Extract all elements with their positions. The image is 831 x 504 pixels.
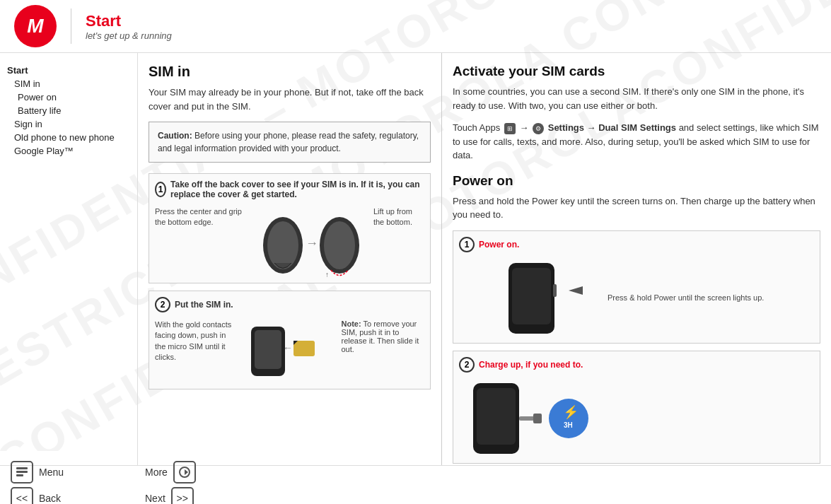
sidebar-item-start[interactable]: Start [7, 64, 130, 77]
bottom-bar: Menu << Back More Next >> [0, 465, 831, 504]
svg-rect-24 [533, 414, 542, 423]
sidebar-item-old-phone[interactable]: Old phone to new phone [7, 131, 130, 144]
svg-text:↑: ↑ [325, 271, 329, 277]
sim-in-body: Your SIM may already be in your phone. B… [149, 86, 431, 113]
step1-box: 1 Take off the back cover to see if your… [149, 173, 431, 283]
more-icon [173, 461, 196, 484]
power-step2-box: 2 Charge up, if you need to. [453, 351, 820, 464]
step2-content: With the gold contacts facing down, push… [155, 320, 424, 383]
next-icon: >> [171, 487, 194, 505]
bottom-left-buttons: Menu << Back [11, 461, 74, 505]
left-panel: SIM in Your SIM may already be in your p… [138, 53, 442, 465]
back-icon: << [11, 487, 33, 505]
more-label: More [145, 467, 168, 478]
svg-rect-19 [553, 284, 557, 297]
next-label: Next [145, 493, 165, 504]
power-step1-illustration [459, 259, 600, 337]
step2-number: 2 [155, 297, 170, 312]
menu-label: Menu [39, 467, 64, 478]
sidebar-item-sign-in[interactable]: Sign in [7, 117, 130, 131]
right-panel: Activate your SIM cards In some countrie… [442, 53, 831, 465]
step2-main-text: With the gold contacts facing down, push… [155, 320, 238, 363]
step1-title: Take off the back cover to see if your S… [170, 180, 424, 199]
svg-rect-14 [294, 341, 315, 356]
motorola-logo: M [14, 5, 57, 47]
back-cover-svg: → ↑ [255, 206, 368, 277]
svg-point-7 [267, 221, 298, 269]
power-step1-content: Press & hold Power until the screen ligh… [459, 259, 814, 337]
caution-text: Before using your phone, please read the… [158, 131, 419, 153]
svg-rect-29 [16, 471, 28, 473]
step1-illustration: → ↑ [255, 206, 368, 277]
step1-number: 1 [155, 182, 166, 197]
more-button[interactable]: More [145, 461, 209, 484]
sidebar-item-battery-life[interactable]: Battery life [7, 104, 130, 117]
power-step2-title: Charge up, if you need to. [479, 360, 583, 370]
svg-rect-18 [512, 268, 551, 324]
step1-header: 1 Take off the back cover to see if your… [155, 180, 424, 203]
svg-text:→: → [306, 236, 318, 250]
caution-box: Caution: Before using your phone, please… [149, 122, 431, 163]
svg-marker-20 [569, 286, 583, 295]
sidebar-item-sim-in[interactable]: SIM in [7, 77, 130, 90]
header-divider [71, 8, 71, 44]
header-text: Start let's get up & running [86, 12, 172, 41]
power-step2-header: 2 Charge up, if you need to. [459, 357, 814, 376]
power-on-title: Power on [453, 173, 820, 189]
power-step2-illustration: ⚡ 3H [459, 380, 600, 457]
apps-icon: ⊞ [504, 123, 516, 134]
power-phone-svg [459, 259, 600, 337]
content-area: SIM in Your SIM may already be in your p… [138, 53, 831, 465]
power-step1-box: 1 Power on. [453, 230, 820, 344]
svg-text:←: ← [283, 342, 293, 353]
power-step1-number: 1 [459, 237, 475, 252]
step2-header: 2 Put the SIM in. [155, 297, 424, 316]
step1-left-text: Press the center and grip the bottom edg… [155, 206, 249, 228]
activate-body2: Touch Apps ⊞ → ⚙ Settings → Dual SIM Set… [453, 121, 820, 163]
power-body: Press and hold the Power key until the s… [453, 194, 820, 222]
step2-illustration: ← [244, 320, 336, 383]
svg-rect-30 [16, 474, 23, 476]
svg-marker-32 [185, 469, 188, 475]
caution-label: Caution: [158, 131, 192, 141]
back-button[interactable]: << Back [11, 487, 74, 505]
svg-rect-22 [477, 388, 516, 445]
bottom-right-buttons: More Next >> [145, 461, 209, 505]
page-title: Start [86, 12, 172, 30]
power-step1-header: 1 Power on. [459, 237, 814, 256]
page-subtitle: let's get up & running [86, 30, 172, 41]
next-button[interactable]: Next >> [145, 487, 209, 505]
power-step1-text: Press & hold Power until the screen ligh… [608, 293, 764, 303]
sidebar-item-power-on[interactable]: Power on [7, 90, 130, 104]
sim-in-title: SIM in [149, 64, 431, 80]
menu-button[interactable]: Menu [11, 461, 74, 484]
menu-icon [11, 461, 33, 484]
power-step2-content: ⚡ 3H [459, 380, 814, 457]
sim-insert-svg: ← [244, 320, 336, 383]
step2-note: Note: To remove your SIM, push it in to … [342, 320, 425, 353]
sidebar: Start SIM in Power on Battery life Sign … [0, 53, 138, 465]
step1-right-text: Lift up from the bottom. [373, 206, 424, 228]
step1-content: Press the center and grip the bottom edg… [155, 206, 424, 277]
power-step1-title: Power on. [479, 240, 519, 250]
step2-box: 2 Put the SIM in. With the gold contacts… [149, 291, 431, 389]
svg-rect-28 [16, 467, 28, 469]
power-step2-number: 2 [459, 357, 475, 373]
svg-text:3H: 3H [564, 421, 573, 429]
activate-body1: In some countries, you can use a second … [453, 85, 820, 112]
charge-svg: ⚡ 3H [459, 380, 600, 457]
activate-sim-title: Activate your SIM cards [453, 64, 820, 79]
sidebar-item-google-play[interactable]: Google Play™ [7, 144, 130, 158]
settings-icon: ⚙ [533, 123, 544, 134]
header: M Start let's get up & running [0, 0, 831, 53]
svg-rect-13 [255, 330, 281, 369]
svg-text:⚡: ⚡ [563, 404, 579, 420]
back-label: Back [39, 493, 61, 504]
svg-point-10 [324, 221, 355, 269]
main-layout: Start SIM in Power on Battery life Sign … [0, 53, 831, 465]
step2-title: Put the SIM in. [175, 300, 233, 310]
